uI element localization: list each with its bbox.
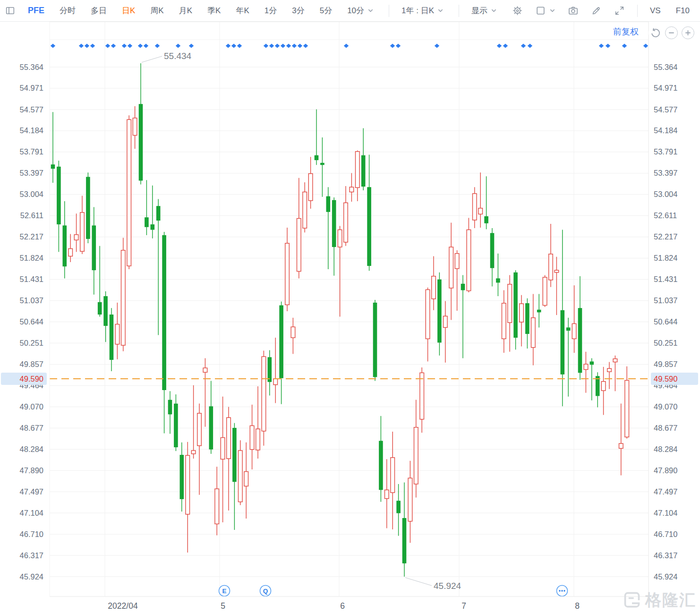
candlestick-up[interactable] <box>584 352 588 393</box>
candlestick-up[interactable] <box>303 182 307 232</box>
candlestick-down[interactable] <box>110 308 114 371</box>
news-diamond-marker[interactable] <box>51 44 55 48</box>
news-diamond-marker[interactable] <box>155 44 160 48</box>
candlestick-down[interactable] <box>151 186 155 238</box>
candlestick-down[interactable] <box>596 372 600 407</box>
candlestick-down[interactable] <box>174 394 178 451</box>
candlestick-down[interactable] <box>156 199 161 335</box>
news-diamond-marker[interactable] <box>226 44 230 48</box>
candlestick-down[interactable] <box>268 350 272 395</box>
candlestick-down[interactable] <box>561 230 565 407</box>
candlestick-down[interactable] <box>513 270 518 349</box>
candlestick-up[interactable] <box>391 432 395 529</box>
candlestick-up[interactable] <box>601 367 606 415</box>
candlestick-down[interactable] <box>145 180 149 235</box>
candlestick-down[interactable] <box>578 276 582 380</box>
zoom-in-icon[interactable] <box>682 26 694 39</box>
news-diamond-marker[interactable] <box>396 44 401 48</box>
candlestick-up[interactable] <box>607 362 612 389</box>
news-diamond-marker[interactable] <box>111 44 116 48</box>
news-diamond-marker[interactable] <box>390 44 395 48</box>
candlestick-down[interactable] <box>279 302 283 404</box>
candlestick-down[interactable] <box>484 176 488 229</box>
candlestick-up[interactable] <box>221 397 225 522</box>
news-diamond-marker[interactable] <box>606 44 610 48</box>
candlestick-up[interactable] <box>262 351 266 446</box>
candlestick-up[interactable] <box>273 338 278 403</box>
candlestick-up[interactable] <box>291 318 295 354</box>
candlestick-up[interactable] <box>203 358 207 427</box>
news-diamond-marker[interactable] <box>122 44 127 48</box>
candlestick-up[interactable] <box>531 294 536 366</box>
news-diamond-marker[interactable] <box>286 44 291 48</box>
news-diamond-marker[interactable] <box>344 44 349 48</box>
candlestick-up[interactable] <box>426 288 430 362</box>
news-diamond-marker[interactable] <box>497 44 502 48</box>
candlestick-up[interactable] <box>478 172 483 228</box>
candlestick-up[interactable] <box>432 256 436 310</box>
candlestick-up[interactable] <box>350 173 354 202</box>
candlestick-down[interactable] <box>373 300 377 381</box>
candlestick-down[interactable] <box>232 423 237 530</box>
candlestick-up[interactable] <box>572 285 576 353</box>
candlestick-down[interactable] <box>367 155 371 271</box>
news-diamond-marker[interactable] <box>237 44 242 48</box>
candlestick-up[interactable] <box>80 196 85 254</box>
candlestick-up[interactable] <box>74 213 78 252</box>
candlestick-down[interactable] <box>139 63 143 185</box>
zoom-out-icon[interactable] <box>665 26 678 39</box>
news-diamond-marker[interactable] <box>292 44 297 48</box>
event-marker-more[interactable] <box>557 586 568 596</box>
candlestick-down[interactable] <box>566 318 571 397</box>
candlestick-up[interactable] <box>625 366 629 439</box>
candlestick-down[interactable] <box>51 112 55 183</box>
candlestick-up[interactable] <box>449 223 453 320</box>
news-diamond-marker[interactable] <box>79 44 84 48</box>
candlestick-down[interactable] <box>496 254 500 296</box>
candlestick-up[interactable] <box>549 224 553 287</box>
news-diamond-marker[interactable] <box>303 44 308 48</box>
candlestick-up[interactable] <box>191 385 196 459</box>
news-diamond-marker[interactable] <box>85 44 89 48</box>
forward-adjusted-button[interactable]: 前复权 <box>613 27 639 36</box>
candlestick-down[interactable] <box>320 137 324 197</box>
candlestick-up[interactable] <box>543 275 547 307</box>
event-marker-Q[interactable]: Q <box>260 586 271 596</box>
candlestick-up[interactable] <box>308 157 313 209</box>
candlestick-up[interactable] <box>385 459 389 528</box>
news-diamond-marker[interactable] <box>90 44 95 48</box>
candlestick-down[interactable] <box>63 201 67 279</box>
news-diamond-marker[interactable] <box>503 44 508 48</box>
candlestick-down[interactable] <box>180 443 184 511</box>
event-marker-E[interactable]: E <box>219 586 230 596</box>
news-diamond-marker[interactable] <box>176 44 180 48</box>
candlestick-down[interactable] <box>590 358 594 400</box>
candlestick-up[interactable] <box>256 386 260 459</box>
news-diamond-marker[interactable] <box>275 44 280 48</box>
news-diamond-marker[interactable] <box>435 44 439 48</box>
candlestick-up[interactable] <box>115 303 120 359</box>
news-diamond-marker[interactable] <box>622 44 627 48</box>
candlestick-up[interactable] <box>502 290 506 353</box>
news-diamond-marker[interactable] <box>105 44 110 48</box>
candlestick-up[interactable] <box>285 228 290 311</box>
candlestick-up[interactable] <box>520 295 524 347</box>
candlestick-up[interactable] <box>467 218 471 292</box>
candlestick-up[interactable] <box>215 467 219 535</box>
candlestick-down[interactable] <box>92 207 96 295</box>
news-diamond-marker[interactable] <box>144 44 148 48</box>
candlestick-up[interactable] <box>250 405 254 469</box>
candlestick-up[interactable] <box>420 367 424 433</box>
candlestick-down[interactable] <box>57 161 61 252</box>
candlestick-down[interactable] <box>537 294 541 328</box>
candlestick-up[interactable] <box>186 442 190 553</box>
news-diamond-marker[interactable] <box>643 44 648 48</box>
candlestick-up[interactable] <box>127 115 131 269</box>
candlestick-chart[interactable]: 55.36455.36454.97154.97154.57754.57754.1… <box>0 0 700 613</box>
candlestick-down[interactable] <box>361 128 366 191</box>
news-diamond-marker[interactable] <box>189 44 194 48</box>
candlestick-down[interactable] <box>103 291 108 342</box>
candlestick-up[interactable] <box>473 187 477 228</box>
candlestick-down[interactable] <box>326 187 331 269</box>
candlestick-down[interactable] <box>461 275 465 358</box>
